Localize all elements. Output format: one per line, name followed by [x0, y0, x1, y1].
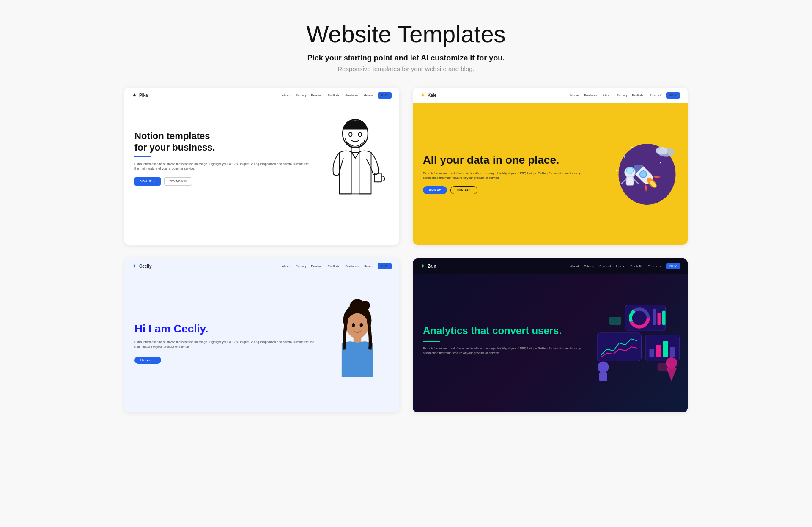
pika-headline: Notion templatesfor your business. [134, 131, 313, 153]
zain-headline: Analytics that convert users. [423, 325, 584, 337]
zain-hero-text: Analytics that convert users. Extra info… [423, 325, 584, 361]
cecily-nav-home: Home [364, 264, 373, 268]
svg-point-18 [626, 167, 633, 174]
pika-nav-links: About Pricing Product Portfolio Features… [282, 92, 392, 99]
kale-logo-text: Kale [428, 93, 436, 98]
template-grid: ✦ Pika About Pricing Product Portfolio F… [114, 88, 698, 429]
zain-buy-btn: BUY [666, 263, 680, 269]
svg-point-12 [656, 147, 667, 154]
kale-contact-btn: CONTACT [450, 186, 477, 194]
kale-nav: ✦ Kale Home Features About Pricing Portf… [413, 88, 688, 103]
cecily-hero-body: Hi I am Cecliy. Extra information to rei… [124, 274, 399, 412]
kale-nav-about: About [603, 93, 612, 97]
svg-point-25 [346, 313, 368, 338]
kale-buttons: SIGN UP CONTACT [423, 186, 593, 194]
pika-divider [134, 156, 151, 157]
cecily-hero-text: Hi I am Cecliy. Extra information to rei… [134, 323, 321, 363]
svg-rect-34 [653, 309, 656, 325]
svg-point-1 [349, 132, 352, 136]
svg-point-27 [360, 323, 363, 327]
svg-rect-44 [599, 372, 607, 381]
pika-trynow-btn: TRY NOW ✉ [164, 177, 192, 186]
svg-rect-40 [656, 345, 661, 357]
pika-hero: Notion templatesfor your business. Extra… [124, 103, 399, 209]
template-card-zain[interactable]: ✦ Zain About Pricing Product Home Portfo… [413, 258, 688, 412]
cecily-illustration [330, 297, 389, 390]
pika-nav-portfolio: Portfolio [328, 93, 340, 97]
pika-hero-text: Notion templatesfor your business. Extra… [134, 131, 313, 185]
zain-nav-links: About Pricing Product Home Portfolio Fea… [570, 263, 680, 269]
zain-nav-features: Features [648, 264, 661, 268]
template-card-kale[interactable]: ✦ Kale Home Features About Pricing Portf… [413, 88, 688, 245]
pika-preview: ✦ Pika About Pricing Product Portfolio F… [124, 88, 399, 245]
svg-point-26 [352, 323, 355, 327]
svg-point-9 [660, 162, 661, 163]
zain-logo-text: Zain [428, 264, 436, 269]
pika-nav-home: Home [364, 93, 373, 97]
template-card-pika[interactable]: ✦ Pika About Pricing Product Portfolio F… [124, 88, 399, 245]
zain-hero-body: Analytics that convert users. Extra info… [413, 274, 688, 412]
zain-nav: ✦ Zain About Pricing Product Home Portfo… [413, 258, 688, 274]
pika-nav-product: Product [311, 93, 323, 97]
cecily-nav-links: About Pricing Product Portfolio Features… [282, 263, 392, 269]
page-header: Website Templates Pick your starting poi… [0, 0, 812, 88]
cecily-nav-product: Product [311, 264, 323, 268]
pika-buttons: SIGN UP → TRY NOW ✉ [134, 177, 313, 186]
kale-nav-product: Product [650, 93, 661, 97]
cecily-logo-icon: ✦ [132, 263, 137, 269]
kale-logo: ✦ Kale [420, 92, 436, 99]
kale-logo-icon: ✦ [420, 92, 425, 99]
zain-nav-product: Product [599, 264, 611, 268]
cecily-hireme-btn: Hire me → [134, 357, 161, 364]
pika-illustration [321, 116, 389, 200]
kale-buy-btn: BUY [666, 92, 680, 99]
zain-logo: ✦ Zain [420, 263, 436, 269]
template-card-cecily[interactable]: ✦ Cecily About Pricing Product Portfolio… [124, 258, 399, 412]
svg-point-10 [616, 170, 617, 171]
zain-logo-icon: ✦ [420, 263, 425, 269]
svg-rect-37 [597, 333, 642, 361]
cecily-preview: ✦ Cecily About Pricing Product Portfolio… [124, 258, 399, 412]
pika-logo-text: Pika [139, 93, 148, 98]
cecily-body: Extra information to reinforce the headl… [134, 340, 321, 349]
page-subtitle: Pick your starting point and let AI cust… [8, 54, 804, 63]
cecily-nav-about: About [282, 264, 291, 268]
svg-rect-42 [670, 347, 675, 357]
zain-preview: ✦ Zain About Pricing Product Home Portfo… [413, 258, 688, 412]
pika-nav-pricing: Pricing [296, 93, 306, 97]
svg-rect-41 [663, 341, 668, 357]
zain-nav-about: About [570, 264, 579, 268]
kale-nav-links: Home Features About Pricing Portfolio Pr… [570, 92, 680, 99]
cecily-nav-portfolio: Portfolio [328, 264, 340, 268]
svg-point-33 [634, 313, 645, 324]
kale-signup-btn: SIGN UP [423, 186, 447, 194]
cecily-logo-text: Cecily [139, 264, 151, 269]
svg-rect-36 [662, 311, 666, 325]
zain-nav-portfolio: Portfolio [630, 264, 642, 268]
pika-buy-btn: BUY [378, 92, 392, 99]
pika-signup-btn: SIGN UP → [134, 177, 161, 186]
kale-nav-pricing: Pricing [617, 93, 627, 97]
cecily-headline: Hi I am Cecliy. [134, 323, 321, 335]
cecily-nav: ✦ Cecily About Pricing Product Portfolio… [124, 258, 399, 274]
kale-nav-portfolio: Portfolio [632, 93, 644, 97]
cecily-nav-pricing: Pricing [296, 264, 306, 268]
pika-body: Extra information to reinforce the headl… [134, 162, 313, 171]
zain-body: Extra information to reinforce the headl… [423, 346, 584, 356]
zain-nav-pricing: Pricing [584, 264, 594, 268]
kale-illustration [601, 132, 678, 217]
zain-illustration [593, 301, 678, 385]
page-sub2: Responsive templates for your website an… [8, 65, 804, 72]
page-title: Website Templates [8, 20, 804, 48]
kale-hero-body: All your data in one place. Extra inform… [413, 103, 688, 245]
svg-rect-46 [609, 317, 622, 325]
pika-logo-icon: ✦ [132, 92, 137, 99]
cecily-logo: ✦ Cecily [132, 263, 151, 269]
kale-preview: ✦ Kale Home Features About Pricing Portf… [413, 88, 688, 245]
svg-rect-19 [626, 177, 634, 185]
pika-logo: ✦ Pika [132, 92, 148, 99]
cecily-nav-features: Features [345, 264, 359, 268]
svg-point-6 [631, 147, 633, 148]
svg-point-24 [360, 301, 370, 310]
svg-rect-39 [650, 349, 654, 357]
